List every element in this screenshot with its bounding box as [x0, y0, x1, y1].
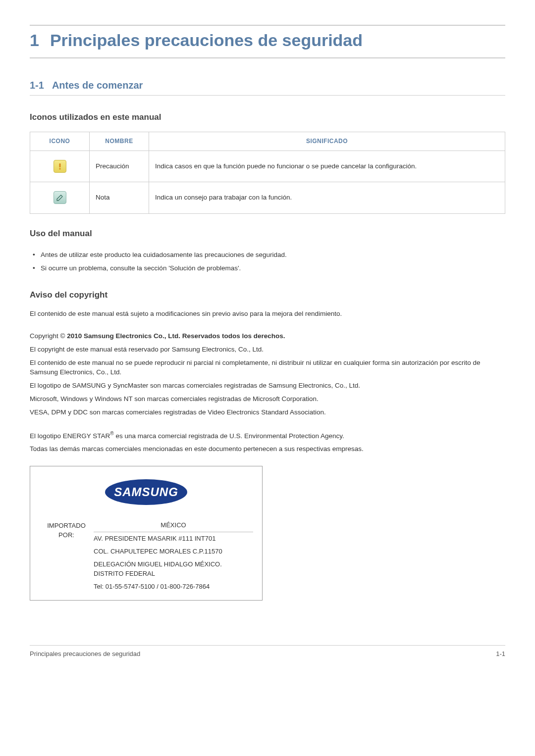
- copyright-paragraph: Microsoft, Windows y Windows NT son marc…: [30, 395, 505, 404]
- registered-mark: ®: [110, 431, 113, 436]
- col-name: NOMBRE: [90, 132, 149, 151]
- col-icon: ICONO: [30, 132, 90, 151]
- energy-star-paragraph: El logotipo ENERGY STAR® es una marca co…: [30, 430, 505, 441]
- copyright-paragraph: El logotipo de SAMSUNG y SyncMaster son …: [30, 381, 505, 391]
- col-meaning: SIGNIFICADO: [149, 132, 505, 151]
- list-item: Si ocurre un problema, consulte la secci…: [41, 262, 505, 275]
- table-row: Precaución Indica casos en que la funció…: [30, 151, 505, 182]
- icon-legend-table: ICONO NOMBRE SIGNIFICADO Precaución Indi…: [30, 132, 505, 214]
- icon-meaning: Indica casos en que la función puede no …: [149, 151, 505, 182]
- importer-address-line: DELEGACIÓN MIGUEL HIDALGO MÉXICO. DISTRI…: [94, 558, 253, 580]
- chapter-number: 1: [30, 29, 39, 52]
- icon-name: Precaución: [90, 151, 149, 182]
- copyright-paragraph: Todas las demás marcas comerciales menci…: [30, 445, 505, 454]
- icon-name: Nota: [90, 182, 149, 214]
- importer-phone-line: Tel: 01-55-5747-5100 / 01-800-726-7864: [94, 580, 253, 593]
- subsection-icons-heading: Iconos utilizados en este manual: [30, 111, 505, 123]
- energy-star-pre: El logotipo ENERGY STAR: [30, 432, 110, 439]
- samsung-logo: SAMSUNG: [104, 478, 188, 506]
- copyright-prefix: Copyright ©: [30, 332, 67, 340]
- chapter-heading: 1 Principales precauciones de seguridad: [30, 25, 505, 58]
- note-icon: [54, 191, 66, 204]
- icon-meaning: Indica un consejo para trabajar con la f…: [149, 182, 505, 214]
- subsection-use-heading: Uso del manual: [30, 228, 505, 240]
- section-title: Antes de comenzar: [52, 78, 143, 92]
- use-manual-list: Antes de utilizar este producto lea cuid…: [30, 249, 505, 275]
- svg-rect-1: [59, 168, 60, 170]
- table-row: Nota Indica un consejo para trabajar con…: [30, 182, 505, 214]
- importer-label: IMPORTADO POR:: [39, 520, 94, 593]
- page-footer: Principales precauciones de seguridad 1-…: [30, 645, 505, 658]
- list-item: Antes de utilizar este producto lea cuid…: [41, 249, 505, 262]
- svg-text:SAMSUNG: SAMSUNG: [114, 485, 178, 499]
- importer-address-line: AV. PRESIDENTE MASARIK #111 INT701: [94, 532, 253, 546]
- copyright-bold: 2010 Samsung Electronics Co., Ltd. Reser…: [67, 332, 285, 340]
- chapter-title: Principales precauciones de seguridad: [50, 29, 363, 52]
- importer-box: SAMSUNG IMPORTADO POR: MÉXICO AV. PRESID…: [30, 466, 263, 601]
- copyright-paragraph: El copyright de este manual está reserva…: [30, 345, 505, 354]
- copyright-line: Copyright © 2010 Samsung Electronics Co.…: [30, 332, 505, 341]
- footer-right: 1-1: [496, 650, 505, 658]
- section-heading: 1-1 Antes de comenzar: [30, 78, 505, 96]
- subsection-copyright-heading: Aviso del copyright: [30, 289, 505, 301]
- copyright-paragraph: El contenido de este manual está sujeto …: [30, 309, 505, 319]
- footer-left: Principales precauciones de seguridad: [30, 650, 140, 658]
- importer-country: MÉXICO: [94, 520, 253, 532]
- importer-address-line: COL. CHAPULTEPEC MORALES C.P.11570: [94, 545, 253, 558]
- copyright-paragraph: VESA, DPM y DDC son marcas comerciales r…: [30, 408, 505, 417]
- copyright-paragraph: El contenido de este manual no se puede …: [30, 358, 505, 377]
- section-number: 1-1: [30, 78, 44, 92]
- caution-icon: [54, 160, 66, 173]
- energy-star-post: es una marca comercial registrada de U.S…: [114, 432, 344, 439]
- svg-rect-0: [59, 163, 60, 167]
- importer-table: IMPORTADO POR: MÉXICO AV. PRESIDENTE MAS…: [39, 520, 253, 593]
